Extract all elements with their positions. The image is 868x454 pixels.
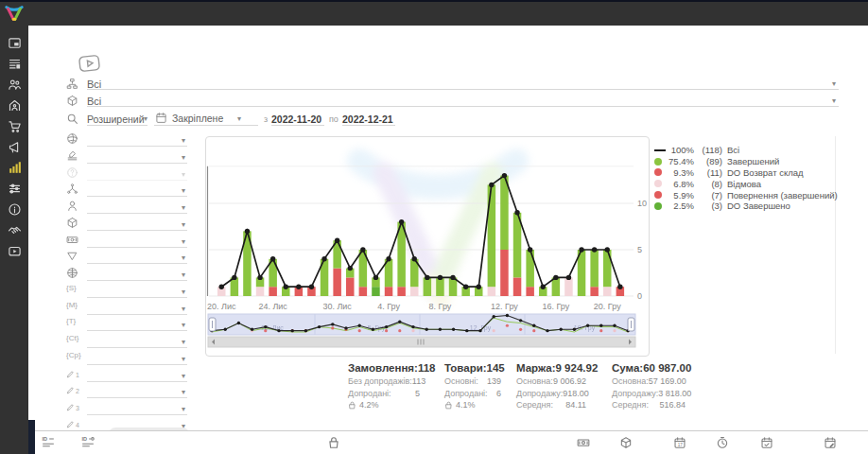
- chevron-down-icon: ▾: [182, 338, 185, 346]
- product-select[interactable]: Всі ▾: [87, 92, 839, 107]
- sidebar-item-orders[interactable]: [8, 57, 22, 71]
- source-select[interactable]: Всі ▾: [87, 75, 839, 90]
- chevron-down-icon: ▾: [182, 405, 185, 413]
- sidebar-item-clients[interactable]: [8, 78, 22, 92]
- date-to-label: по: [329, 114, 339, 124]
- chevron-down-icon: ▾: [182, 288, 185, 296]
- svg-text:30. Лис: 30. Лис: [322, 302, 352, 311]
- svg-text:20. Гру: 20. Гру: [594, 302, 621, 311]
- geo-filter-select[interactable]: ▾: [87, 132, 187, 147]
- utm-term-filter-select[interactable]: ▾: [87, 317, 187, 331]
- source-filter-icon: [66, 78, 78, 90]
- app-logo[interactable]: [4, 3, 25, 24]
- video-hint-button[interactable]: [78, 54, 101, 73]
- legend-item-1[interactable]: 75.4% (89) Завершений: [654, 156, 838, 167]
- structure-filter-select[interactable]: ▾: [87, 183, 187, 197]
- stat-subrow: Допродажу:918.00: [516, 389, 586, 398]
- operator-filter-select[interactable]: ▾: [87, 200, 187, 214]
- date-from-input[interactable]: 2022-11-20: [271, 110, 324, 126]
- legend-label: Повернення (завершений): [727, 190, 838, 201]
- website-filter-icon: [66, 267, 78, 279]
- filter-row-geo: ▾: [28, 131, 194, 148]
- stat-title: Товари:: [444, 362, 487, 374]
- legend-item-0[interactable]: 100% (118) Всі: [654, 145, 838, 156]
- id-sort-icon: ID: [42, 436, 55, 449]
- sidebar-item-tutorials[interactable]: [8, 244, 22, 258]
- legend-item-3[interactable]: 6.8% (8) Відмова: [654, 178, 838, 189]
- legend-label: Всі: [727, 145, 739, 155]
- date-edited-column-icon: [824, 436, 837, 449]
- upsell-rate: 4.2%: [348, 400, 420, 410]
- sidebar-item-settings[interactable]: [8, 182, 22, 196]
- legend-percent: 100%: [668, 145, 694, 155]
- sidebar-item-dashboard[interactable]: [8, 36, 22, 50]
- legend-item-4[interactable]: 5.9% (7) Повернення (завершений): [654, 189, 838, 201]
- utm-medium-filter-select[interactable]: ▾: [87, 301, 187, 315]
- website-filter-select[interactable]: ▾: [87, 267, 187, 281]
- time-column-icon: [716, 436, 729, 449]
- custom-2-filter-select[interactable]: ▾: [87, 384, 187, 398]
- help-filter-select[interactable]: ▾: [87, 166, 187, 181]
- filter-row-utm-source: {S} ▾: [28, 283, 194, 299]
- legend-percent: 5.9%: [668, 190, 694, 201]
- chevron-down-icon: ▾: [832, 79, 836, 88]
- date-to-input[interactable]: 2022-12-21: [342, 110, 395, 126]
- utm-source-filter-select[interactable]: ▾: [87, 284, 187, 298]
- date-column-icon: 17: [673, 436, 686, 449]
- filter-row-custom-2: 2 ▾: [28, 383, 194, 399]
- sidebar-item-info[interactable]: [8, 202, 22, 217]
- product-filter-icon: [66, 95, 78, 107]
- chevron-down-icon: ▾: [182, 355, 185, 363]
- legend-dot-marker: [654, 180, 662, 187]
- stat-title: Маржа:: [516, 362, 556, 374]
- filter-row-product: ▾: [28, 216, 194, 232]
- funnel-filter-select[interactable]: ▾: [87, 250, 187, 264]
- stat-subrow: Основні:139: [444, 376, 501, 386]
- date-to-value: 2022-12-21: [342, 114, 393, 125]
- period-mode-select[interactable]: Закріплене ▾: [154, 110, 258, 126]
- svg-text:16. Гру: 16. Гру: [542, 302, 569, 311]
- filter-row-custom-1: 1 ▾: [28, 367, 194, 383]
- legend-count: (89): [694, 156, 722, 166]
- utm-campaign-filter-select[interactable]: ▾: [87, 351, 187, 365]
- stat-title: Замовлення:: [348, 362, 418, 374]
- sidebar-item-partners[interactable]: [8, 223, 22, 237]
- svg-text:0: 0: [637, 291, 642, 301]
- legend-label: DO Завершено: [727, 201, 790, 211]
- svg-text:ID: ID: [82, 436, 88, 442]
- sidebar-item-marketing[interactable]: [8, 140, 22, 154]
- search-mode-select[interactable]: Розширений ▾: [87, 110, 148, 126]
- utm-source-filter-icon: {S}: [66, 284, 78, 296]
- svg-text:ID: ID: [43, 436, 48, 442]
- legend-dot-marker: [654, 158, 662, 166]
- level-filter-select[interactable]: ▾: [87, 149, 187, 164]
- orders-chart-canvas[interactable]: 051020. Лис24. Лис30. Лис4. Гру8. Гру12.…: [206, 137, 649, 356]
- custom-3-filter-select[interactable]: ▾: [87, 401, 187, 415]
- svg-text:12. Гру: 12. Гру: [491, 302, 518, 311]
- stat-subrow: Основна:57 169.00: [612, 376, 686, 386]
- custom-1-filter-select[interactable]: ▾: [87, 368, 187, 382]
- sidebar-item-statistics[interactable]: [8, 161, 22, 175]
- payment-filter-icon: [66, 234, 78, 246]
- utm-content-filter-select[interactable]: ▾: [87, 334, 187, 348]
- id-order-icon: ID: [81, 436, 95, 449]
- legend-count: (8): [694, 179, 722, 189]
- chevron-down-icon: ▾: [182, 237, 185, 246]
- payment-filter-select[interactable]: ▾: [87, 234, 187, 248]
- table-header-bar: IDID17: [35, 430, 868, 454]
- stat-subrow: Допродажу:3 818.00: [612, 389, 686, 398]
- filter-row-utm-medium: {M} ▾: [28, 300, 194, 316]
- svg-text:10: 10: [637, 199, 647, 208]
- filter-row-funnel: ▾: [28, 249, 194, 265]
- product-filter-select[interactable]: ▾: [87, 217, 187, 231]
- sidebar-item-company[interactable]: [8, 98, 22, 113]
- legend-percent: 6.8%: [668, 179, 694, 189]
- funnel-filter-icon: [66, 250, 78, 262]
- date-from-value: 2022-11-20: [271, 114, 321, 125]
- sidebar-item-shopping[interactable]: [8, 119, 22, 133]
- legend-item-5[interactable]: 2.5% (3) DO Завершено: [654, 201, 838, 212]
- filter-row-utm-campaign: {Cp} ▾: [28, 350, 194, 366]
- geo-filter-icon: [66, 132, 78, 145]
- legend-item-2[interactable]: 9.3% (11) DO Возврат склад: [654, 167, 838, 179]
- app: Всі ▾ Всі ▾ Розширений ▾ Закріплене ▾ з …: [0, 0, 868, 454]
